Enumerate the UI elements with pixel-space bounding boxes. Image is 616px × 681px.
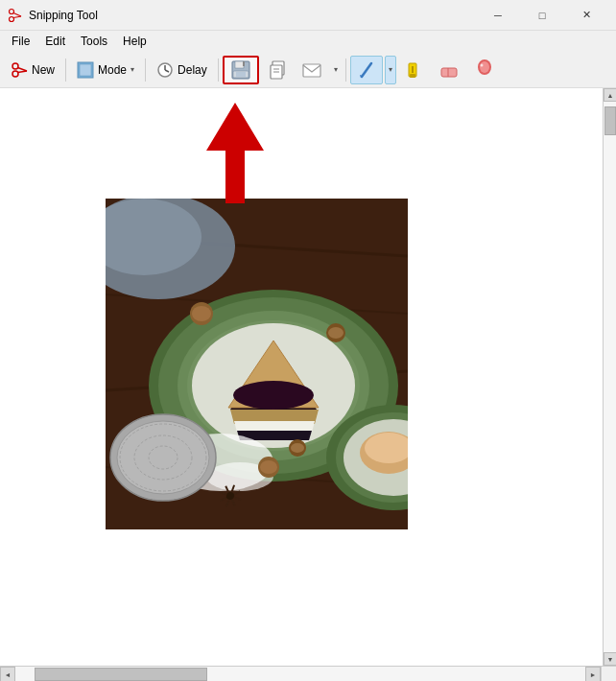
title-bar-left: Snipping Tool bbox=[8, 8, 98, 23]
eraser-button[interactable] bbox=[433, 56, 465, 84]
scroll-up-button[interactable]: ▲ bbox=[604, 88, 616, 102]
menu-bar: File Edit Tools Help bbox=[0, 31, 616, 52]
svg-rect-9 bbox=[80, 64, 91, 76]
svg-point-1 bbox=[10, 16, 14, 21]
maximize-button[interactable]: □ bbox=[520, 0, 564, 31]
email-icon bbox=[302, 60, 321, 80]
scroll-down-button[interactable]: ▼ bbox=[604, 652, 616, 666]
scrollbar-corner bbox=[601, 667, 616, 681]
scroll-left-button[interactable]: ◄ bbox=[0, 667, 15, 681]
save-icon bbox=[230, 59, 251, 81]
new-button[interactable]: New bbox=[4, 56, 61, 84]
scissors-icon bbox=[8, 8, 23, 23]
color-picker-button[interactable] bbox=[467, 56, 502, 84]
email-dropdown-chevron: ▾ bbox=[334, 65, 338, 74]
svg-rect-26 bbox=[410, 74, 415, 78]
copy-icon bbox=[268, 60, 287, 80]
menu-help[interactable]: Help bbox=[115, 33, 154, 50]
pen-icon bbox=[357, 60, 376, 80]
mode-label: Mode bbox=[98, 63, 127, 77]
red-arrow-annotation bbox=[192, 98, 278, 203]
menu-tools[interactable]: Tools bbox=[73, 33, 115, 50]
scroll-track-vertical[interactable] bbox=[604, 102, 616, 652]
canvas-area[interactable] bbox=[0, 88, 603, 666]
svg-line-2 bbox=[13, 12, 21, 16]
svg-rect-17 bbox=[236, 72, 246, 77]
food-image bbox=[106, 199, 408, 529]
highlighter-button[interactable] bbox=[398, 56, 431, 84]
svg-point-32 bbox=[480, 63, 483, 66]
scroll-right-button[interactable]: ► bbox=[585, 667, 601, 681]
eraser-icon bbox=[439, 60, 459, 80]
mode-chevron: ▾ bbox=[130, 65, 134, 74]
scroll-thumb-horizontal[interactable] bbox=[35, 668, 207, 681]
delay-label: Delay bbox=[178, 63, 207, 77]
pen-button[interactable] bbox=[350, 56, 383, 84]
menu-file[interactable]: File bbox=[4, 33, 37, 50]
svg-rect-15 bbox=[243, 61, 245, 66]
svg-point-61 bbox=[291, 443, 304, 453]
email-button[interactable] bbox=[296, 56, 328, 84]
vertical-scrollbar[interactable]: ▲ ▼ bbox=[603, 88, 616, 666]
scroll-track-horizontal[interactable] bbox=[15, 667, 585, 681]
svg-rect-22 bbox=[303, 64, 320, 77]
minimize-button[interactable]: ─ bbox=[476, 0, 520, 31]
new-label: New bbox=[32, 63, 55, 77]
svg-line-23 bbox=[362, 63, 371, 77]
clock-icon bbox=[156, 61, 174, 79]
separator-3 bbox=[218, 59, 219, 82]
title-text: Snipping Tool bbox=[29, 9, 98, 22]
svg-point-59 bbox=[260, 460, 277, 474]
svg-line-7 bbox=[18, 71, 28, 73]
colorpicker-icon bbox=[474, 59, 495, 81]
save-button[interactable] bbox=[223, 56, 259, 84]
svg-point-31 bbox=[480, 61, 489, 73]
bottom-bar: ◄ ► bbox=[0, 666, 616, 681]
scroll-left-icon: ◄ bbox=[5, 671, 12, 678]
content-area: ▲ ▼ bbox=[0, 88, 616, 666]
title-bar-controls: ─ □ ✕ bbox=[476, 0, 608, 31]
svg-rect-14 bbox=[235, 61, 244, 68]
svg-point-48 bbox=[233, 381, 314, 410]
separator-1 bbox=[65, 59, 66, 82]
mode-button[interactable]: Mode ▾ bbox=[70, 56, 141, 84]
delay-button[interactable]: Delay bbox=[150, 56, 214, 84]
scroll-down-icon: ▼ bbox=[607, 656, 614, 663]
pen-dropdown-chevron: ▾ bbox=[389, 65, 392, 74]
svg-line-3 bbox=[13, 16, 21, 18]
svg-marker-33 bbox=[206, 103, 264, 203]
svg-point-0 bbox=[10, 9, 14, 13]
svg-rect-28 bbox=[441, 68, 457, 77]
toolbar: New Mode ▾ Delay bbox=[0, 52, 616, 88]
svg-point-73 bbox=[117, 421, 209, 494]
svg-point-55 bbox=[192, 306, 211, 321]
close-button[interactable]: ✕ bbox=[564, 0, 608, 31]
pen-dropdown-button[interactable]: ▾ bbox=[385, 56, 396, 84]
menu-edit[interactable]: Edit bbox=[37, 33, 73, 50]
scroll-thumb-vertical[interactable] bbox=[604, 106, 616, 135]
svg-point-4 bbox=[12, 63, 18, 69]
scroll-right-icon: ► bbox=[590, 671, 597, 678]
scroll-up-icon: ▲ bbox=[607, 92, 614, 99]
svg-point-5 bbox=[12, 71, 18, 77]
mode-icon bbox=[77, 61, 94, 79]
separator-4 bbox=[345, 59, 346, 82]
email-dropdown-button[interactable]: ▾ bbox=[330, 56, 342, 84]
copy-button[interactable] bbox=[261, 56, 294, 84]
new-icon bbox=[11, 61, 28, 79]
highlighter-icon bbox=[405, 60, 424, 80]
separator-2 bbox=[145, 59, 146, 82]
svg-point-57 bbox=[328, 327, 344, 339]
title-bar: Snipping Tool ─ □ ✕ bbox=[0, 0, 616, 31]
